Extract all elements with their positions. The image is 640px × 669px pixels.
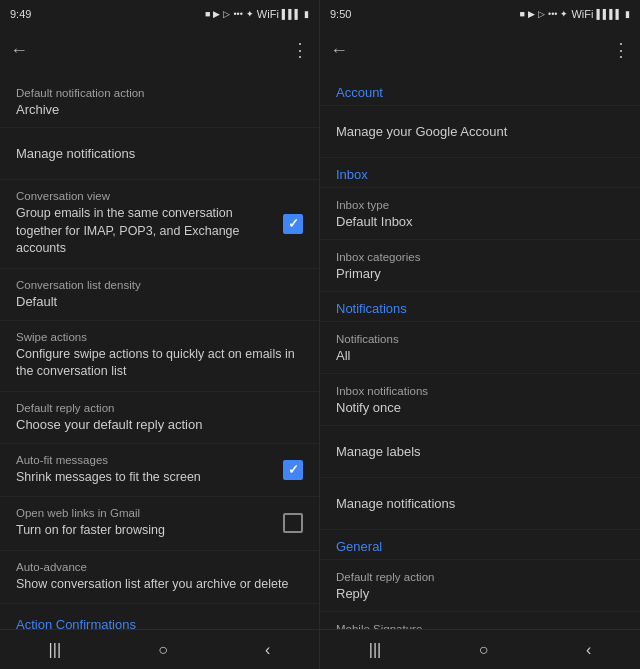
- setting-default-reply-action[interactable]: Default reply action Choose your default…: [0, 392, 319, 444]
- wifi-icon: WiFi: [257, 8, 279, 20]
- setting-text: Default reply action Choose your default…: [16, 402, 303, 432]
- right-inbox-categories[interactable]: Inbox categories Primary: [320, 240, 640, 292]
- left-status-bar: 9:49 ■ ▶ ▷ ••• ✦ WiFi ▌▌▌ ▮: [0, 0, 319, 28]
- setting-text: Open web links in Gmail Turn on for fast…: [16, 507, 271, 540]
- setting-auto-fit-messages[interactable]: Auto-fit messages Shrink messages to fit…: [0, 444, 319, 498]
- auto-fit-checkbox[interactable]: [283, 460, 303, 480]
- setting-text: Account: [336, 85, 624, 100]
- setting-value: Primary: [336, 266, 624, 281]
- setting-label: Conversation view: [16, 190, 271, 202]
- setting-value: Choose your default reply action: [16, 417, 303, 432]
- setting-label: Swipe actions: [16, 331, 303, 343]
- setting-description: Configure swipe actions to quickly act o…: [16, 346, 303, 381]
- r-bluetooth-icon: ✦: [560, 9, 568, 19]
- left-more-button[interactable]: ⋮: [291, 39, 309, 61]
- setting-text: Notifications: [336, 301, 624, 316]
- right-back-button[interactable]: ←: [330, 40, 348, 61]
- r-signal-icon: ▌▌▌▌: [596, 9, 622, 19]
- setting-manage-notifications-left[interactable]: Manage notifications: [0, 128, 319, 180]
- right-manage-notifications[interactable]: Manage notifications: [320, 478, 640, 530]
- notification-icon: ■: [205, 9, 210, 19]
- play-icon: ▶: [213, 9, 220, 19]
- open-web-links-checkbox[interactable]: [283, 513, 303, 533]
- setting-text: Manage notifications: [16, 146, 303, 161]
- setting-text: Notifications All: [336, 333, 624, 363]
- setting-label: Inbox categories: [336, 251, 624, 263]
- setting-description: Turn on for faster browsing: [16, 522, 271, 540]
- setting-text: Manage your Google Account: [336, 124, 624, 139]
- right-account-header: Account: [320, 76, 640, 106]
- setting-value: Manage labels: [336, 444, 624, 459]
- left-home-button[interactable]: ○: [138, 633, 188, 667]
- left-settings-list: Default notification action Archive Mana…: [0, 72, 319, 629]
- setting-label: Open web links in Gmail: [16, 507, 271, 519]
- setting-text: Action Confirmations: [16, 617, 303, 629]
- setting-conversation-list-density[interactable]: Conversation list density Default: [0, 269, 319, 321]
- right-home-button[interactable]: ○: [459, 633, 509, 667]
- setting-text: Inbox type Default Inbox: [336, 199, 624, 229]
- more-dots-icon: •••: [233, 9, 242, 19]
- setting-text: Auto-advance Show conversation list afte…: [16, 561, 303, 594]
- left-back-nav-button[interactable]: ‹: [245, 633, 290, 667]
- setting-text: Inbox: [336, 167, 624, 182]
- left-menu-button[interactable]: |||: [29, 633, 81, 667]
- bluetooth-icon: ✦: [246, 9, 254, 19]
- right-inbox-type[interactable]: Inbox type Default Inbox: [320, 188, 640, 240]
- left-top-bar: ← ⋮: [0, 28, 319, 72]
- right-more-button[interactable]: ⋮: [612, 39, 630, 61]
- right-time: 9:50: [330, 8, 351, 20]
- battery-icon: ▮: [304, 9, 309, 19]
- setting-value: Default: [16, 294, 303, 309]
- setting-description: Group emails in the same conversation to…: [16, 205, 271, 258]
- right-notifications[interactable]: Notifications All: [320, 322, 640, 374]
- inbox-section-header: Inbox: [336, 167, 624, 182]
- cast-icon: ▷: [223, 9, 230, 19]
- setting-label: Inbox type: [336, 199, 624, 211]
- setting-default-notification-action[interactable]: Default notification action Archive: [0, 76, 319, 128]
- notifications-section-header: Notifications: [336, 301, 624, 316]
- setting-text: General: [336, 539, 624, 554]
- setting-value: All: [336, 348, 624, 363]
- right-general-header: General: [320, 530, 640, 560]
- setting-label: Inbox notifications: [336, 385, 624, 397]
- r-notification-icon: ■: [520, 9, 525, 19]
- right-default-reply-action[interactable]: Default reply action Reply: [320, 560, 640, 612]
- right-panel: 9:50 ■ ▶ ▷ ••• ✦ WiFi ▌▌▌▌ ▮ ← ⋮ Account…: [320, 0, 640, 669]
- right-manage-google-account[interactable]: Manage your Google Account: [320, 106, 640, 158]
- setting-value: Notify once: [336, 400, 624, 415]
- setting-open-web-links[interactable]: Open web links in Gmail Turn on for fast…: [0, 497, 319, 551]
- setting-text: Default reply action Reply: [336, 571, 624, 601]
- setting-value: Manage notifications: [16, 146, 303, 161]
- setting-auto-advance[interactable]: Auto-advance Show conversation list afte…: [0, 551, 319, 605]
- left-status-icons: ■ ▶ ▷ ••• ✦ WiFi ▌▌▌ ▮: [205, 8, 309, 20]
- setting-label: Default reply action: [16, 402, 303, 414]
- setting-conversation-view[interactable]: Conversation view Group emails in the sa…: [0, 180, 319, 269]
- left-panel: 9:49 ■ ▶ ▷ ••• ✦ WiFi ▌▌▌ ▮ ← ⋮ Default …: [0, 0, 320, 669]
- right-menu-button[interactable]: |||: [349, 633, 401, 667]
- account-section-header: Account: [336, 85, 624, 100]
- setting-label: Default notification action: [16, 87, 303, 99]
- left-time: 9:49: [10, 8, 31, 20]
- left-back-button[interactable]: ←: [10, 40, 28, 61]
- setting-action-confirmations-header[interactable]: Action Confirmations: [0, 604, 319, 629]
- right-inbox-notifications[interactable]: Inbox notifications Notify once: [320, 374, 640, 426]
- right-manage-labels[interactable]: Manage labels: [320, 426, 640, 478]
- right-back-nav-button[interactable]: ‹: [566, 633, 611, 667]
- right-status-bar: 9:50 ■ ▶ ▷ ••• ✦ WiFi ▌▌▌▌ ▮: [320, 0, 640, 28]
- setting-value: Archive: [16, 102, 303, 117]
- signal-icon: ▌▌▌: [282, 9, 301, 19]
- setting-label: Auto-advance: [16, 561, 303, 573]
- right-mobile-signature[interactable]: Mobile Signature Not set: [320, 612, 640, 629]
- r-play-icon: ▶: [528, 9, 535, 19]
- right-top-bar: ← ⋮: [320, 28, 640, 72]
- setting-value: Action Confirmations: [16, 617, 303, 629]
- setting-label: Default reply action: [336, 571, 624, 583]
- setting-value: Manage your Google Account: [336, 124, 624, 139]
- setting-value: Default Inbox: [336, 214, 624, 229]
- setting-value: Reply: [336, 586, 624, 601]
- setting-text: Manage notifications: [336, 496, 624, 511]
- right-status-icons: ■ ▶ ▷ ••• ✦ WiFi ▌▌▌▌ ▮: [520, 8, 630, 20]
- setting-swipe-actions[interactable]: Swipe actions Configure swipe actions to…: [0, 321, 319, 392]
- setting-label: Auto-fit messages: [16, 454, 271, 466]
- conversation-view-checkbox[interactable]: [283, 214, 303, 234]
